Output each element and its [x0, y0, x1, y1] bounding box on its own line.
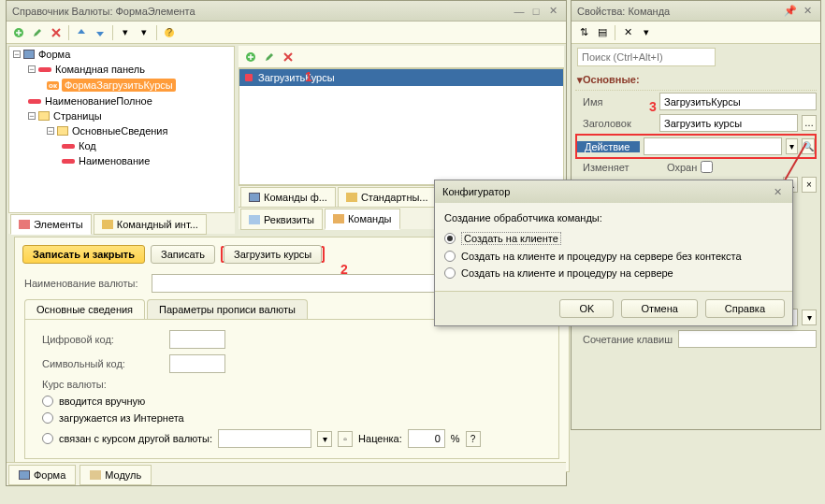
right-titlebar: Свойства: Команда 📌 ✕ — [572, 1, 820, 22]
tab-cmds[interactable]: Команды — [325, 209, 400, 230]
ellipsis-icon[interactable]: … — [802, 115, 817, 131]
filter-icon[interactable]: ✕ — [619, 24, 636, 41]
prop-row-action: Действие ▾ 🔍 — [575, 134, 817, 159]
tab-cmd-interface[interactable]: Командный инт... — [94, 214, 207, 235]
margin-input[interactable] — [408, 429, 445, 448]
cmd-add-icon[interactable] — [242, 49, 259, 65]
tree-namefull[interactable]: НаименованиеПолное — [9, 94, 234, 108]
tree-area[interactable]: −Форма −Командная панель ок ФормаЗагрузи… — [8, 46, 235, 229]
marker-2: 2 — [340, 262, 348, 277]
dropdown-icon[interactable]: ▾ — [802, 310, 817, 325]
prop-toolbar: ⇅ ▤ ✕ ▾ — [572, 22, 820, 44]
marker-3: 3 — [649, 99, 657, 114]
tree-kod[interactable]: Код — [9, 138, 234, 153]
footer-tabs: Форма Модуль — [7, 462, 566, 485]
elements-icon — [19, 220, 30, 229]
label-digital: Цифровой код: — [42, 334, 164, 345]
dialog-subtitle: Создание обработчика команды: — [444, 212, 783, 229]
close-icon[interactable]: ✕ — [545, 4, 560, 19]
sort-az-icon[interactable]: ⇅ — [575, 24, 592, 41]
tab-elements[interactable]: Элементы — [10, 214, 92, 235]
tab-cmdsf[interactable]: Команды ф... — [240, 187, 336, 208]
radio-linked[interactable] — [42, 433, 53, 444]
command-icon — [245, 74, 253, 81]
dropdown-icon[interactable]: ▾ — [786, 138, 798, 154]
radio-internet[interactable] — [42, 412, 53, 424]
edit-icon[interactable] — [29, 24, 46, 41]
delete-icon[interactable] — [48, 24, 65, 41]
label-margin: Наценка: — [358, 433, 402, 444]
digital-code-input[interactable] — [169, 330, 225, 349]
maximize-icon[interactable]: □ — [528, 4, 543, 19]
prop-row-changes: Изменяет Охран — [575, 159, 817, 175]
dropdown-icon[interactable]: ▾ — [638, 24, 655, 41]
footer-tab-form[interactable]: Форма — [8, 465, 76, 485]
prop-action-input[interactable] — [644, 137, 782, 155]
footer-tab-module[interactable]: Модуль — [80, 465, 152, 485]
prop-hotkey-input[interactable] — [678, 330, 817, 348]
commands-list[interactable]: ЗагрузитьКурсы — [239, 68, 564, 185]
tree-name[interactable]: Наименование — [9, 153, 234, 168]
tab-std[interactable]: Стандартны... — [338, 187, 437, 208]
cmd-toolbar — [239, 46, 564, 68]
dlg-radio-server[interactable] — [444, 267, 456, 279]
cmd-edit-icon[interactable] — [261, 49, 278, 65]
dlg-radio-client[interactable] — [444, 233, 456, 244]
dialog-ok-button[interactable]: OK — [559, 299, 614, 318]
cmdint-icon — [102, 220, 113, 229]
label-rate: Курс валюты: — [42, 379, 164, 390]
open-icon[interactable]: ▫ — [338, 431, 353, 447]
minimize-icon[interactable]: — — [512, 4, 527, 19]
prop-title-input[interactable] — [659, 114, 798, 132]
dialog-titlebar: Конфигуратор ✕ — [435, 180, 792, 203]
tree-pages[interactable]: −Страницы — [9, 108, 234, 123]
tree-formcmd[interactable]: ок ФормаЗагрузитьКурсы — [9, 77, 234, 94]
pin-icon[interactable]: 📌 — [783, 4, 798, 19]
prop-name-input[interactable] — [659, 93, 817, 110]
help-small-icon[interactable]: ? — [466, 431, 481, 447]
dropdown-icon[interactable]: ▾ — [317, 431, 332, 447]
section-main[interactable]: ▾Основные: — [575, 70, 817, 91]
inner-tab-basic[interactable]: Основные сведения — [24, 299, 145, 319]
tree-cmdpanel[interactable]: −Командная панель — [9, 62, 234, 77]
dlg-radio-noctx[interactable] — [444, 251, 456, 262]
std-icon — [346, 193, 357, 202]
panel-icon[interactable]: ▾ — [117, 24, 134, 41]
cmd-delete-icon[interactable] — [280, 49, 297, 65]
dialog: Конфигуратор ✕ Создание обработчика кома… — [434, 180, 793, 326]
command-item[interactable]: ЗагрузитьКурсы — [239, 69, 563, 86]
close-icon[interactable]: ✕ — [800, 4, 815, 19]
help-icon[interactable]: ? — [161, 24, 178, 41]
save-close-button[interactable]: Записать и закрыть — [22, 245, 145, 264]
rekv-icon — [249, 215, 260, 224]
dialog-help-button[interactable]: Справка — [705, 299, 785, 318]
dialog-cancel-button[interactable]: Отмена — [621, 299, 697, 318]
categories-icon[interactable]: ▤ — [594, 24, 611, 41]
dialog-title: Конфигуратор — [442, 186, 768, 197]
load-rates-button[interactable]: Загрузить курсы — [224, 245, 322, 264]
moveup-icon[interactable] — [73, 24, 90, 41]
add-icon[interactable] — [10, 24, 27, 41]
symbol-code-input[interactable] — [169, 354, 225, 373]
linked-currency-input[interactable] — [218, 429, 311, 448]
prop-changes-checkbox[interactable] — [701, 161, 713, 173]
left-toolbar: ▾ ▾ ? — [7, 22, 566, 44]
movedown-icon[interactable] — [92, 24, 109, 41]
prop-row-name: Имя — [575, 91, 817, 112]
prop-row-hotkey: Сочетание клавиш — [575, 328, 817, 350]
tree-basic[interactable]: −ОсновныеСведения — [9, 123, 234, 138]
prop-search[interactable] — [577, 48, 716, 66]
bottom-left-tabs: Элементы Командный инт... — [8, 212, 235, 234]
right-title: Свойства: Команда — [577, 6, 781, 17]
clear-icon[interactable]: × — [802, 177, 817, 193]
cmds-icon — [333, 214, 344, 223]
inner-tab-params[interactable]: Параметры прописи валюты — [147, 299, 308, 319]
dialog-close-icon[interactable]: ✕ — [770, 184, 785, 199]
tree-root[interactable]: −Форма — [9, 47, 234, 62]
save-button[interactable]: Записать — [151, 245, 215, 264]
columns-icon[interactable]: ▾ — [136, 24, 152, 41]
form-icon — [19, 470, 30, 480]
radio-manual[interactable] — [42, 396, 53, 407]
tab-rekv[interactable]: Реквизиты — [240, 209, 323, 230]
label-symbol: Символьный код: — [42, 358, 164, 369]
